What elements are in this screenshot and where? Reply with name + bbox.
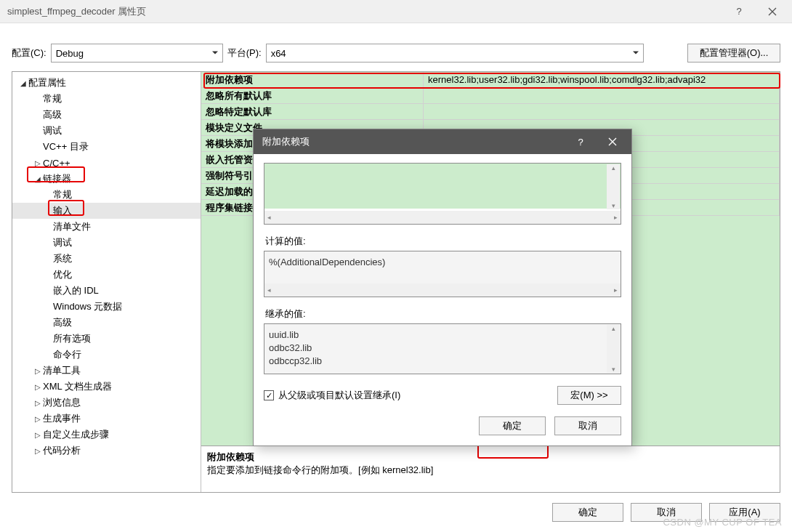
- chevron-left-icon: ◂: [267, 214, 271, 221]
- modal-cancel-button[interactable]: 取消: [554, 416, 621, 435]
- deps-textarea[interactable]: [264, 164, 621, 209]
- platform-label: 平台(P):: [227, 47, 262, 60]
- caret-right-icon: ▷: [33, 159, 43, 167]
- vertical-scrollbar[interactable]: ▴▾: [607, 325, 620, 373]
- close-icon: [768, 7, 777, 16]
- horizontal-scrollbar[interactable]: ◂▸: [264, 211, 621, 224]
- tree-ccpp[interactable]: ▷C/C++: [12, 155, 201, 171]
- macro-button[interactable]: 宏(M) >>: [557, 386, 621, 405]
- window-titlebar: simplest_ffmpeg_decoder 属性页 ?: [0, 0, 792, 23]
- tree-linker-idl[interactable]: 嵌入的 IDL: [12, 283, 201, 299]
- tree-linker-input[interactable]: 输入: [12, 203, 201, 219]
- tree-linker-optimize[interactable]: 优化: [12, 267, 201, 283]
- tree-custombuild[interactable]: ▷自定义生成步骤: [12, 427, 201, 443]
- tree-vcdirs[interactable]: VC++ 目录: [12, 139, 201, 155]
- inherited-label: 继承的值:: [265, 307, 621, 321]
- ok-button[interactable]: 确定: [552, 503, 623, 522]
- tree-manifest-tool[interactable]: ▷清单工具: [12, 363, 201, 379]
- vertical-scrollbar[interactable]: ▴▾: [607, 164, 620, 209]
- inherited-value: uuid.lib: [269, 329, 605, 342]
- tree-linker-winmd[interactable]: Windows 元数据: [12, 299, 201, 315]
- config-label: 配置(C):: [12, 47, 47, 60]
- tree-linker-general[interactable]: 常规: [12, 187, 201, 203]
- tree-advanced[interactable]: 高级: [12, 107, 201, 123]
- tree-linker-all[interactable]: 所有选项: [12, 331, 201, 347]
- caret-right-icon: ▷: [33, 447, 43, 455]
- computed-value: %(AdditionalDependencies): [269, 256, 616, 269]
- chevron-right-icon: ▸: [614, 286, 618, 294]
- grid-footer-title: 附加依赖项: [207, 451, 774, 464]
- modal-title: 附加依赖项: [262, 135, 565, 148]
- config-combo[interactable]: Debug: [51, 44, 223, 63]
- chevron-left-icon: ◂: [267, 286, 271, 294]
- computed-label: 计算的值:: [265, 235, 621, 248]
- close-button[interactable]: [756, 0, 789, 23]
- grid-row-ignore-specific[interactable]: 忽略特定默认库: [201, 104, 780, 120]
- caret-right-icon: ▷: [33, 367, 43, 375]
- additional-deps-dialog: 附加依赖项 ? ▴▾ ◂▸ 计算的值: %(AdditionalDependen…: [253, 129, 632, 446]
- checkbox-checked-icon: ✓: [264, 390, 274, 400]
- tree-debug[interactable]: 调试: [12, 123, 201, 139]
- tree-linker-debug[interactable]: 调试: [12, 235, 201, 251]
- top-controls: 配置(C): Debug 平台(P): x64 配置管理器(O)...: [0, 23, 792, 68]
- help-button[interactable]: ?: [722, 0, 756, 23]
- tree-linker-cmdline[interactable]: 命令行: [12, 347, 201, 363]
- caret-right-icon: ▷: [33, 383, 43, 391]
- tree-xmldoc[interactable]: ▷XML 文档生成器: [12, 379, 201, 395]
- inherited-value: odbccp32.lib: [269, 355, 605, 368]
- grid-row-additional-deps[interactable]: 附加依赖项kernel32.lib;user32.lib;gdi32.lib;w…: [201, 72, 780, 88]
- modal-help-button[interactable]: ?: [565, 129, 597, 154]
- tree-root[interactable]: ◢配置属性: [12, 75, 201, 91]
- window-title: simplest_ffmpeg_decoder 属性页: [7, 5, 722, 18]
- tree-browse[interactable]: ▷浏览信息: [12, 395, 201, 411]
- tree-codeanalysis[interactable]: ▷代码分析: [12, 443, 201, 459]
- chevron-up-icon: ▴: [612, 164, 615, 172]
- platform-combo[interactable]: x64: [266, 44, 644, 63]
- caret-down-icon: ◢: [33, 175, 43, 183]
- tree-linker[interactable]: ◢链接器: [12, 171, 201, 187]
- config-manager-button[interactable]: 配置管理器(O)...: [687, 44, 780, 63]
- tree-sidebar: ◢配置属性 常规 高级 调试 VC++ 目录 ▷C/C++ ◢链接器 常规 输入…: [12, 72, 201, 492]
- inherited-box: uuid.lib odbc32.lib odbccp32.lib ▴▾: [264, 323, 621, 374]
- modal-ok-button[interactable]: 确定: [479, 416, 546, 435]
- tree-linker-manifest[interactable]: 清单文件: [12, 219, 201, 235]
- chevron-up-icon: ▴: [612, 325, 615, 332]
- tree-buildevents[interactable]: ▷生成事件: [12, 411, 201, 427]
- grid-footer: 附加依赖项 指定要添加到链接命令行的附加项。[例如 kernel32.lib]: [201, 446, 780, 492]
- horizontal-scrollbar[interactable]: ◂▸: [264, 283, 621, 297]
- modal-titlebar: 附加依赖项 ?: [254, 129, 631, 154]
- chevron-right-icon: ▸: [614, 214, 618, 221]
- deps-textarea-wrap: ▴▾ ◂▸: [264, 163, 621, 225]
- inherited-value: odbc32.lib: [269, 342, 605, 355]
- caret-down-icon: ◢: [18, 79, 28, 87]
- chevron-down-icon: ▾: [612, 202, 615, 209]
- caret-right-icon: ▷: [33, 415, 43, 423]
- close-icon: [608, 137, 617, 146]
- chevron-down-icon: ▾: [612, 366, 615, 373]
- tree-linker-adv[interactable]: 高级: [12, 315, 201, 331]
- tree-linker-system[interactable]: 系统: [12, 251, 201, 267]
- grid-row-ignore-all[interactable]: 忽略所有默认库: [201, 88, 780, 104]
- computed-box: %(AdditionalDependencies) ◂▸: [264, 251, 621, 297]
- grid-footer-desc: 指定要添加到链接命令行的附加项。[例如 kernel32.lib]: [207, 464, 774, 477]
- watermark: CSDN @MY CUP OF TEA: [663, 517, 782, 528]
- caret-right-icon: ▷: [33, 399, 43, 407]
- tree-general[interactable]: 常规: [12, 91, 201, 107]
- caret-right-icon: ▷: [33, 431, 43, 439]
- modal-close-button[interactable]: [597, 129, 629, 154]
- inherit-checkbox-label[interactable]: ✓ 从父级或项目默认设置继承(I): [264, 389, 400, 402]
